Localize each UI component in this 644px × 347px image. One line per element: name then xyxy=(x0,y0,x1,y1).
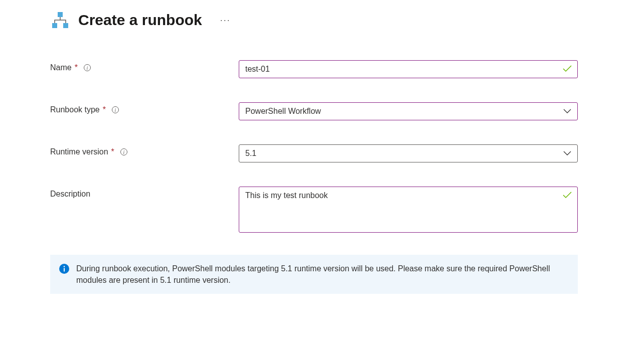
description-textarea[interactable] xyxy=(239,187,578,233)
form-row-description: Description xyxy=(50,187,644,235)
checkmark-icon xyxy=(563,65,572,74)
form-row-runbook-type: Runbook type * i PowerShell Workflow xyxy=(50,102,644,120)
svg-rect-4 xyxy=(64,268,65,272)
info-circle-icon xyxy=(59,264,69,274)
runbook-type-value: PowerShell Workflow xyxy=(245,107,321,116)
label-col: Description xyxy=(50,187,239,199)
page-title: Create a runbook xyxy=(78,12,202,29)
name-input[interactable] xyxy=(239,60,578,78)
runtime-version-label: Runtime version xyxy=(50,147,108,156)
required-indicator: * xyxy=(111,147,114,156)
info-icon[interactable]: i xyxy=(112,106,119,113)
svg-rect-2 xyxy=(63,23,68,28)
input-col: 5.1 xyxy=(239,144,578,162)
chevron-down-icon xyxy=(563,107,571,116)
svg-point-5 xyxy=(64,266,65,267)
name-label: Name xyxy=(50,63,72,72)
description-label: Description xyxy=(50,190,90,199)
required-indicator: * xyxy=(75,63,78,72)
input-col: PowerShell Workflow xyxy=(239,102,578,120)
required-indicator: * xyxy=(103,105,106,114)
label-col: Runtime version * i xyxy=(50,144,239,156)
runtime-version-select[interactable]: 5.1 xyxy=(239,144,578,162)
form-row-name: Name * i xyxy=(50,60,644,78)
svg-rect-0 xyxy=(58,12,63,17)
checkmark-icon xyxy=(563,192,572,201)
runbook-type-label: Runbook type xyxy=(50,105,100,114)
info-banner: During runbook execution, PowerShell mod… xyxy=(50,255,578,294)
input-col xyxy=(239,187,578,235)
label-col: Runbook type * i xyxy=(50,102,239,114)
info-icon[interactable]: i xyxy=(120,148,127,155)
runbook-type-select[interactable]: PowerShell Workflow xyxy=(239,102,578,120)
chevron-down-icon xyxy=(563,149,571,158)
runtime-version-value: 5.1 xyxy=(245,149,256,158)
info-banner-text: During runbook execution, PowerShell mod… xyxy=(76,263,569,286)
info-icon[interactable]: i xyxy=(84,64,91,71)
svg-rect-1 xyxy=(52,23,57,28)
more-menu-button[interactable]: ··· xyxy=(220,15,231,26)
label-col: Name * i xyxy=(50,60,239,72)
runbook-hierarchy-icon xyxy=(50,10,70,30)
page-header: Create a runbook ··· xyxy=(50,10,644,30)
form-row-runtime-version: Runtime version * i 5.1 xyxy=(50,144,644,162)
input-col xyxy=(239,60,578,78)
